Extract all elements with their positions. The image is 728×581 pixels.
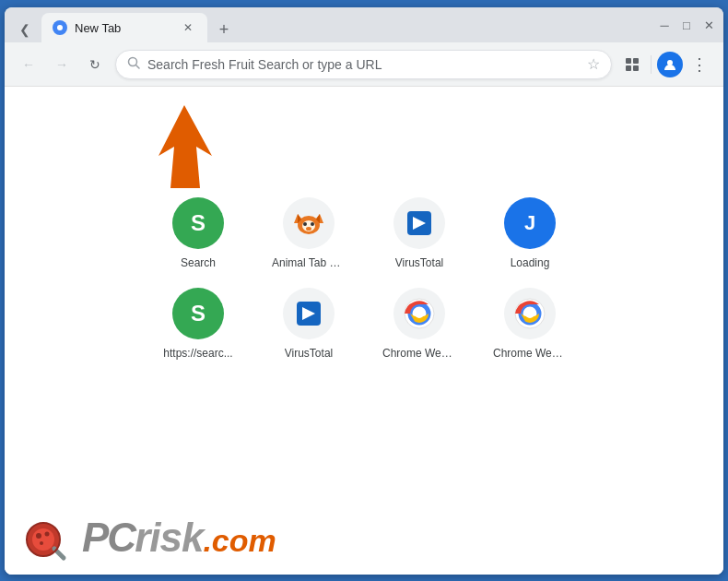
search-label: Search xyxy=(181,256,216,269)
chrome-web-2-label: Chrome Web... xyxy=(493,347,567,360)
speed-dial: S Search xyxy=(157,197,571,360)
speed-dial-virustotal-2[interactable]: VirusTotal xyxy=(267,288,350,360)
speed-dial-chrome-web-2[interactable]: Chrome Web... xyxy=(488,288,571,360)
loading-icon-bg: J xyxy=(504,197,556,249)
animal-tab-icon-bg xyxy=(283,197,335,249)
loading-letter: J xyxy=(524,211,535,235)
virustotal-1-icon-bg xyxy=(393,197,445,249)
omnibox-text: Search Fresh Fruit Search or type a URL xyxy=(147,57,580,72)
svg-line-3 xyxy=(136,65,140,69)
virustotal-2-label: VirusTotal xyxy=(285,347,333,360)
speed-dial-virustotal-1[interactable]: VirusTotal xyxy=(378,197,461,269)
svg-point-14 xyxy=(303,222,307,226)
extensions-button[interactable] xyxy=(619,52,645,77)
svg-rect-5 xyxy=(633,58,639,64)
svg-point-33 xyxy=(45,532,50,537)
pcrisk-wordmark: PC risk .com xyxy=(82,515,276,561)
new-tab-button[interactable]: + xyxy=(211,17,237,42)
svg-rect-7 xyxy=(633,65,639,71)
svg-rect-4 xyxy=(626,58,631,64)
pc-text: PC xyxy=(82,515,135,561)
virustotal-2-icon-bg xyxy=(283,288,335,339)
window-controls: ─ □ ✕ xyxy=(657,18,716,32)
browser-window: ❮ New Tab ✕ + ─ □ ✕ ← → ↻ xyxy=(5,7,723,575)
chrome-web-1-icon-bg xyxy=(393,288,445,339)
minimize-button[interactable]: ─ xyxy=(657,18,672,32)
tab-title: New Tab xyxy=(75,21,121,35)
svg-point-32 xyxy=(36,533,41,539)
nav-extras: ⋮ xyxy=(619,52,712,77)
close-button[interactable]: ✕ xyxy=(701,18,716,32)
speed-dial-https-search[interactable]: S https://searc... xyxy=(157,288,240,360)
omnibox[interactable]: Search Fresh Fruit Search or type a URL … xyxy=(115,50,612,79)
speed-dial-loading[interactable]: J Loading xyxy=(488,197,571,269)
dotcom-text: .com xyxy=(203,523,276,559)
reload-button[interactable]: ↻ xyxy=(82,52,108,77)
pcrisk-logo-icon xyxy=(23,514,71,562)
chrome-web-1-label: Chrome Web... xyxy=(382,347,456,360)
watermark: PC risk .com xyxy=(5,501,723,575)
chrome-web-2-icon-bg xyxy=(504,288,556,339)
animal-tab-label: Animal Tab N... xyxy=(272,256,346,269)
title-bar: ❮ New Tab ✕ + ─ □ ✕ xyxy=(5,7,723,42)
speed-dial-animal-tab[interactable]: Animal Tab N... xyxy=(267,197,350,269)
active-tab[interactable]: New Tab ✕ xyxy=(41,13,207,42)
https-search-icon-bg: S xyxy=(172,288,224,339)
search-letter: S xyxy=(191,210,205,236)
speed-dial-search[interactable]: S Search xyxy=(157,197,240,269)
svg-point-16 xyxy=(306,227,311,231)
svg-point-1 xyxy=(57,25,63,30)
bookmark-star-icon[interactable]: ☆ xyxy=(587,55,600,73)
profile-button[interactable] xyxy=(657,52,683,77)
loading-label: Loading xyxy=(511,256,550,269)
nav-divider xyxy=(651,55,652,74)
tab-favicon xyxy=(53,20,67,35)
search-icon-bg: S xyxy=(172,197,224,249)
svg-point-29 xyxy=(525,309,534,318)
https-search-label: https://searc... xyxy=(163,347,232,360)
svg-point-15 xyxy=(311,222,314,226)
maximize-button[interactable]: □ xyxy=(679,18,694,32)
https-search-letter: S xyxy=(191,301,205,326)
page-content: S Search xyxy=(5,87,723,575)
arrow-annotation xyxy=(134,105,226,179)
tab-close-button[interactable]: ✕ xyxy=(180,19,196,36)
risk-text: risk xyxy=(135,515,203,561)
omnibox-search-icon xyxy=(127,56,140,72)
speed-dial-chrome-web-1[interactable]: Chrome Web... xyxy=(378,288,461,360)
svg-point-25 xyxy=(415,309,424,318)
back-button[interactable]: ← xyxy=(16,52,41,77)
svg-point-34 xyxy=(40,541,43,545)
svg-marker-9 xyxy=(159,105,212,188)
chrome-menu-button[interactable]: ⋮ xyxy=(687,52,712,77)
tab-scroll-left[interactable]: ❮ xyxy=(12,17,38,42)
virustotal-1-label: VirusTotal xyxy=(395,256,443,269)
tab-strip: ❮ New Tab ✕ + xyxy=(12,7,657,42)
svg-point-31 xyxy=(32,528,54,551)
svg-rect-6 xyxy=(626,65,631,71)
forward-button[interactable]: → xyxy=(49,52,75,77)
navigation-bar: ← → ↻ Search Fresh Fruit Search or type … xyxy=(5,42,723,87)
